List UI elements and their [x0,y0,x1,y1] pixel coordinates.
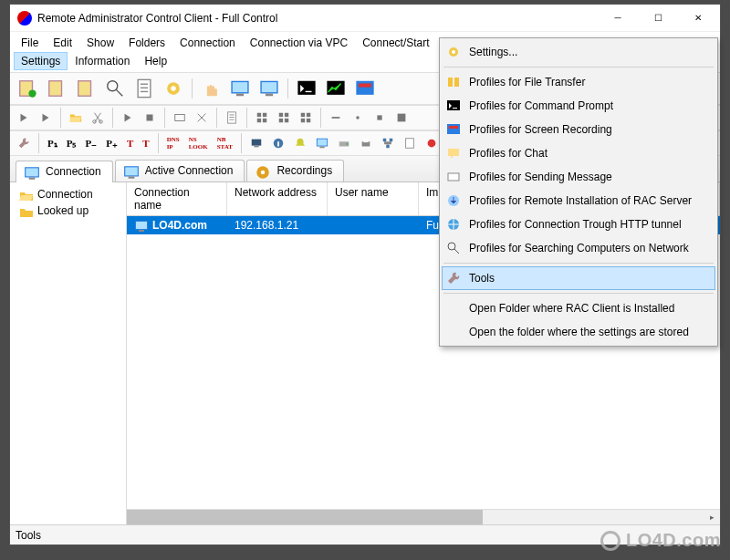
connection-new-icon[interactable] [14,75,41,102]
square-large-icon[interactable] [391,108,412,128]
minimize-button[interactable]: ─ [598,5,638,31]
blank-icon [445,300,462,316]
graph-icon[interactable] [322,75,349,102]
menu-item-open-the-folder-where-the-settings-are-stored[interactable]: Open the folder where the settings are s… [442,320,715,344]
nb-stat-icon[interactable]: NBSTAT [214,133,236,153]
tree-node-looked-up[interactable]: Looked up [12,202,124,219]
menu-help[interactable]: Help [137,52,174,70]
svg-rect-7 [141,88,148,88]
column-header-network-address[interactable]: Network address [227,182,328,215]
menu-folders[interactable]: Folders [121,34,172,52]
connection-copy-icon[interactable] [72,75,99,102]
text-button-1[interactable]: P₅ [63,133,80,153]
network-icon[interactable] [378,133,398,153]
svg-rect-12 [233,82,248,92]
bell-icon[interactable] [290,133,310,153]
settings-dropdown: Settings...Profiles for File TransferPro… [439,37,718,347]
connection-edit-icon[interactable] [43,75,70,102]
play-icon[interactable] [36,108,56,128]
menu-item-profiles-for-sending-message[interactable]: Profiles for Sending Message [442,165,715,189]
script-icon[interactable] [400,133,420,153]
text-button-4[interactable]: T [123,133,137,153]
printer-icon[interactable] [356,133,376,153]
text-button-2[interactable]: P₋ [81,133,100,153]
dns-ip-icon[interactable]: DNSIP [163,133,183,153]
stop-icon[interactable] [140,108,160,128]
svg-point-1 [28,89,36,97]
svg-rect-2 [49,81,62,97]
cmd-icon[interactable] [293,75,320,102]
screen-blue-icon[interactable] [226,75,254,102]
hand-icon[interactable] [197,75,224,102]
ns-look-icon[interactable]: NSLOOK [185,133,212,153]
menu-separator [443,67,714,67]
horizontal-scrollbar[interactable]: ◂ ▸ [127,509,720,524]
tab-recordings[interactable]: Recordings [246,160,344,181]
svg-rect-6 [141,84,148,85]
text-button-5[interactable]: T [139,133,152,153]
play-icon[interactable] [118,108,138,128]
info-icon[interactable] [268,133,288,153]
cut-icon[interactable] [88,108,108,128]
menu-item-profiles-for-searching-computers-on-network[interactable]: Profiles for Searching Computers on Netw… [442,236,715,260]
connection-search-icon[interactable] [101,75,129,102]
tab-connection[interactable]: Connection [16,161,113,182]
app-icon [17,11,32,26]
menu-file[interactable]: File [14,34,46,52]
abi-icon[interactable] [170,108,190,128]
connection-list-icon[interactable] [130,75,158,102]
menu-item-profiles-for-chat[interactable]: Profiles for Chat [442,141,715,165]
svg-rect-79 [453,108,457,109]
tree-node-connection[interactable]: Connection [12,186,124,202]
svg-rect-36 [279,119,283,122]
menu-item-label: Profiles for Command Prompt [469,99,613,112]
menu-item-profiles-for-screen-recording[interactable]: Profiles for Screen Recording [442,118,715,141]
maximize-button[interactable]: ☐ [638,5,678,31]
minus-icon[interactable] [326,108,346,128]
grid1-icon[interactable] [252,108,272,128]
wrench-icon[interactable] [14,133,34,153]
tab-active-connection[interactable]: Active Connection [115,160,245,181]
rec-icon[interactable] [351,75,379,102]
monitor-icon[interactable] [312,133,332,153]
folder-open-icon[interactable] [66,108,86,128]
svg-rect-57 [383,139,387,142]
play-icon[interactable] [14,108,34,128]
close-button[interactable]: ✕ [678,5,718,31]
column-header-connection-name[interactable]: Connection name [127,182,227,215]
menu-item-settings-[interactable]: Settings... [442,40,715,64]
text-button-0[interactable]: P₁ [44,133,61,153]
menu-edit[interactable]: Edit [46,34,79,52]
grid2-icon[interactable] [274,108,294,128]
reel-yellow-icon [255,164,271,177]
status-text: Tools [16,529,41,542]
screen-dual-icon[interactable] [256,75,283,102]
svg-rect-31 [263,113,266,117]
text-button-3[interactable]: P₊ [102,133,121,153]
menu-item-profiles-for-command-prompt[interactable]: Profiles for Command Prompt [442,94,715,118]
menu-item-label: Open Folder where RAC Client is Installe… [469,302,674,315]
menu-information[interactable]: Information [68,52,137,70]
computer-icon[interactable] [246,133,266,153]
drive-icon[interactable] [334,133,354,153]
menu-item-profiles-for-remote-installation-of-rac-server[interactable]: Profiles for Remote Installation of RAC … [442,189,715,213]
dot-icon[interactable] [348,108,368,128]
grid3-icon[interactable] [296,108,316,128]
menu-connect/start[interactable]: Connect/Start [355,34,436,52]
close-x-icon[interactable] [192,108,212,128]
menu-connection-via-vpc[interactable]: Connection via VPC [243,34,355,52]
scroll-right-arrow[interactable]: ▸ [704,510,720,524]
scroll-thumb[interactable] [127,510,483,524]
column-header-user-name[interactable]: User name [328,182,419,215]
settings-gear-icon[interactable] [160,75,187,102]
menu-show[interactable]: Show [79,34,121,52]
menu-connection[interactable]: Connection [172,34,243,52]
document-icon[interactable] [222,108,242,128]
svg-point-61 [428,140,436,148]
menu-item-open-folder-where-rac-client-is-installed[interactable]: Open Folder where RAC Client is Installe… [442,296,715,320]
square-small-icon[interactable] [370,108,390,128]
menu-item-profiles-for-connection-trough-http-tunnel[interactable]: Profiles for Connection Trough HTTP tunn… [442,213,715,236]
menu-item-tools[interactable]: Tools [442,266,715,290]
menu-settings[interactable]: Settings [14,52,68,70]
menu-item-profiles-for-file-transfer[interactable]: Profiles for File Transfer [442,70,715,94]
